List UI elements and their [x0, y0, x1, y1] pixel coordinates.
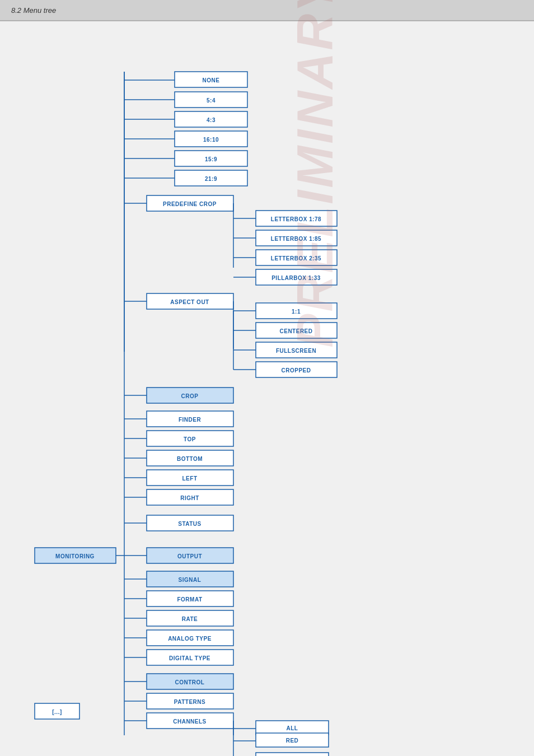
ellipsis-label: [...]: [52, 709, 62, 715]
fullscreen-label: FULLSCREEN: [276, 348, 316, 354]
letterbox-235-label: LETTERBOX 2:35: [271, 255, 321, 262]
ratio-21-9-label: 21:9: [205, 176, 217, 182]
page-title: 8.2 Menu tree: [11, 6, 56, 15]
ratio-4-3-label: 4:3: [207, 117, 216, 123]
menu-tree-diagram: .node-rect { fill: white; stroke: #1a5fa…: [24, 38, 510, 738]
aspect-out-label: ASPECT OUT: [170, 299, 209, 305]
bottom-label: BOTTOM: [177, 456, 203, 462]
channels-label: CHANNELS: [173, 718, 207, 725]
predefine-crop-label: PREDEFINE CROP: [163, 201, 217, 207]
ratio-5-4-label: 5:4: [207, 97, 216, 104]
ratio-15-9-label: 15:9: [205, 156, 217, 162]
top-label: TOP: [184, 436, 196, 442]
pillarbox-133-label: PILLARBOX 1:33: [271, 275, 321, 281]
main-content: PRELIMINARY .node-rect { fill: white; st…: [0, 21, 534, 756]
ratio-1-1-label: 1:1: [292, 309, 301, 315]
letterbox-178-label: LETTERBOX 1:78: [271, 216, 321, 222]
finder-label: FINDER: [179, 417, 202, 423]
output-label: OUTPUT: [177, 553, 202, 559]
patterns-label: PATTERNS: [174, 699, 205, 705]
letterbox-185-label: LETTERBOX 1:85: [271, 236, 321, 242]
format-label: FORMAT: [177, 596, 202, 603]
monitoring-label: MONITORING: [55, 553, 95, 559]
analog-type-label: ANALOG TYPE: [168, 636, 212, 642]
centered-label: CENTERED: [279, 328, 312, 334]
left-label: LEFT: [182, 475, 198, 482]
none-label: NONE: [203, 77, 220, 83]
cropped-label: CROPPED: [282, 367, 311, 374]
all-label: ALL: [287, 725, 298, 731]
crop-label: CROP: [181, 393, 199, 399]
signal-label: SIGNAL: [179, 577, 202, 583]
ratio-16-10-label: 16:10: [203, 137, 219, 143]
control-label: CONTROL: [175, 679, 205, 685]
right-label: RIGHT: [180, 495, 199, 501]
status-label: STATUS: [178, 521, 202, 527]
rate-label: RATE: [182, 616, 198, 622]
red-label: RED: [286, 738, 299, 744]
svg-rect-79: [256, 753, 329, 756]
digital-type-label: DIGITAL TYPE: [169, 655, 210, 661]
header-bar: 8.2 Menu tree: [0, 0, 534, 21]
